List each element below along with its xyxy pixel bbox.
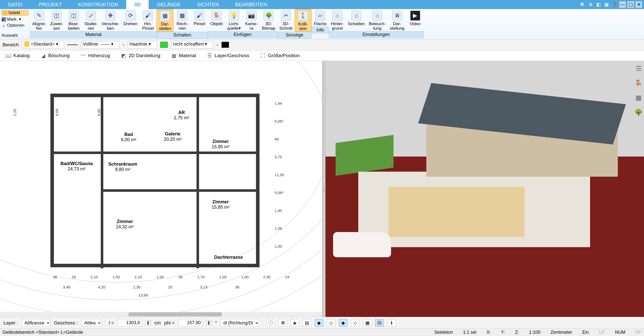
2d-darstellung-tab[interactable]: ◩2D Darstellung <box>118 51 163 60</box>
hoehenzug-tab[interactable]: 〰Höhenzug <box>77 51 113 60</box>
bereich-select[interactable]: 🟨 <Standard> ▾ <box>22 41 64 49</box>
darstellen-button[interactable]: ▦Dar- stellen <box>156 9 174 32</box>
status-unit: Zentimeter <box>551 330 572 335</box>
snap3-icon[interactable]: ◆ <box>339 319 347 327</box>
room-galerie: Galerie20,20 m² <box>164 131 182 142</box>
minimize-icon[interactable]: — <box>619 1 626 8</box>
layers2-icon[interactable]: ▤ <box>303 319 311 327</box>
selekt-button[interactable]: Selekt <box>2 10 28 16</box>
coordinate-bar: Layer : Abfluesse Geschoss : Attika l = … <box>0 317 644 328</box>
tab-datei[interactable]: DATEI <box>0 0 30 9</box>
hatch-color-swatch[interactable] <box>221 42 229 48</box>
material-tab[interactable]: ▦Material <box>168 51 199 60</box>
status-bar: Geländebereich <Standard> L=Gelände Sele… <box>0 328 644 336</box>
layers-icon[interactable]: ☰ <box>633 63 643 73</box>
3d-schnitt-button[interactable]: ✂3D- Schnitt <box>277 9 295 32</box>
tab-gelaende[interactable]: GELÄNDE <box>149 0 189 9</box>
rechnen-button[interactable]: ▦Rech- nen <box>174 9 191 32</box>
mode-select[interactable]: dl (Richtung/Di <box>220 319 259 327</box>
tab-projekt[interactable]: PROJEKT <box>30 0 70 9</box>
group-einfuegen-label: Einfügen <box>208 31 277 38</box>
monitor-icon[interactable]: 🖥 <box>278 319 287 327</box>
close-icon[interactable]: ✕ <box>635 1 642 8</box>
furniture-icon[interactable]: 🪑 <box>633 78 643 88</box>
group-schatten: ▦Dar- stellen ▦Rech- nen 🖌Pinsel Schatte… <box>156 9 208 39</box>
darstellung-button[interactable]: 🖥Dar- stellung <box>388 9 407 31</box>
layer-label: Layer : <box>4 320 18 326</box>
grid-icon[interactable]: ▦ <box>363 319 372 327</box>
clock-icon[interactable]: 🕒 <box>266 319 275 327</box>
line-color-swatch[interactable] <box>160 42 168 48</box>
phi-label: phi = <box>164 320 175 326</box>
3d-bitmap-button[interactable]: 🌳3D- Bitmap <box>260 9 277 31</box>
katalog-tab[interactable]: 📖Katalog <box>3 51 32 60</box>
status-y: Y: <box>501 330 505 335</box>
restore-icon[interactable]: ▢ <box>627 1 634 8</box>
pane-splitter[interactable] <box>323 61 326 317</box>
kamera-button[interactable]: 📷Kame- ra <box>243 9 260 31</box>
snap4-icon[interactable]: ◇ <box>351 319 360 327</box>
3d-view-pane[interactable]: ☰ 🪑 ▦ 🌳 <box>326 61 644 317</box>
tab-3d[interactable]: 3D <box>126 0 149 9</box>
drehen-button[interactable]: ⟳Drehen <box>121 9 140 31</box>
hintergrund-button[interactable]: ⌂Hinter- grund <box>329 9 346 31</box>
beleuchtung-button[interactable]: ⌂Beleuch- tung <box>367 9 388 31</box>
optionen-button[interactable]: ＋Optionen <box>2 23 28 28</box>
layout-icon[interactable]: ▦ <box>603 1 610 8</box>
kollision-button[interactable]: 🚶Kolli- sion <box>295 9 312 32</box>
room-bad-wc-sauna: Bad/WC/Sauna24,73 m² <box>60 161 93 172</box>
north-icon[interactable]: Ⓝ <box>375 319 384 327</box>
zuweisen-button[interactable]: ◫Zuwei- sen <box>48 9 65 31</box>
geschoss-select[interactable]: Attika <box>81 319 102 327</box>
l-spin[interactable]: ▲▼ <box>145 320 151 325</box>
window-icon[interactable]: ◧ <box>595 1 602 8</box>
group-material-label: Material <box>30 31 156 38</box>
boeschung-tab[interactable]: ◢Böschung <box>37 51 72 60</box>
status-scale: 1:100 <box>529 330 540 335</box>
ribbon: Selekt ✔Mark. ▾ ＋Optionen Auswahl ✎Abgre… <box>0 9 644 39</box>
groesse-position-tab[interactable]: ⛶Größe/Position <box>257 51 303 60</box>
group-info-label: Info <box>312 27 329 33</box>
floorplan-pane[interactable]: Bad8,00 m² Bad/WC/Sauna24,73 m² Schrankr… <box>0 61 323 317</box>
abgreifen-button[interactable]: ✎Abgrei- fen <box>30 9 48 31</box>
tools-icon[interactable]: 🛠 <box>579 1 586 8</box>
snap2-icon[interactable]: ◇ <box>327 319 335 327</box>
flaeche-button[interactable]: ▱Fläche <box>312 9 329 27</box>
skalieren-button[interactable]: ⤢Skalie- ren <box>82 9 100 31</box>
palette-icon[interactable]: ▦ <box>633 93 643 103</box>
bearbeiten-button[interactable]: ◫Bear- beiten <box>65 9 82 31</box>
help-icon[interactable]: ❓ <box>611 1 618 8</box>
lineweight-select[interactable]: Haarlinie ▾ <box>128 41 157 49</box>
schatten-button[interactable]: ⌂Schatten <box>346 9 367 31</box>
verschieben-button[interactable]: ✥Verschie- ben <box>100 9 121 31</box>
hin-pinsel-button[interactable]: 🖌Hin. Pinsel <box>139 9 156 31</box>
phi-spin[interactable]: ▲▼ <box>206 320 212 325</box>
layer-select[interactable]: Abfluesse <box>22 319 50 327</box>
l-label: l = <box>109 320 114 326</box>
info-icon[interactable]: ℹ <box>387 319 396 327</box>
tab-bearbeiten[interactable]: BEARBEITEN <box>227 0 275 9</box>
lichtquelle-button[interactable]: 💡Licht- quelle▾ <box>225 9 243 31</box>
hatch-select[interactable]: nicht schraffiert ▾ <box>171 41 213 49</box>
tab-konstruktion[interactable]: KONSTRUKTION <box>70 0 126 9</box>
mark-button[interactable]: ✔Mark. ▾ <box>2 17 28 22</box>
snap1-icon[interactable]: ◆ <box>315 319 323 327</box>
tab-sichten[interactable]: SICHTEN <box>189 0 227 9</box>
linetype-select[interactable]: Volllinie —— ▾ <box>81 41 119 49</box>
arrow-right: › <box>123 42 124 47</box>
line-style-toolbar: Bereich 🟨 <Standard> ▾ Volllinie —— ▾ › … <box>0 39 644 50</box>
l-input[interactable] <box>118 319 142 327</box>
bereich-label: Bereich <box>3 42 19 48</box>
cube-icon[interactable]: ◈ <box>291 319 299 327</box>
tree-icon[interactable]: 🌳 <box>633 107 643 117</box>
group-einstellungen-label: Einstellungen <box>329 31 424 38</box>
phi-input[interactable] <box>178 319 203 327</box>
video-button[interactable]: ▶Video <box>407 9 424 31</box>
layer-geschoss-tab[interactable]: ☰Layer/Geschoss <box>204 51 252 60</box>
objekt-button[interactable]: 🪑Objekt <box>208 9 225 31</box>
horizontal-scrollbar[interactable] <box>0 312 322 317</box>
status-z: Z: <box>515 330 519 335</box>
room-dachterrasse: Dachterrasse <box>214 255 243 260</box>
pinsel-button[interactable]: 🖌Pinsel <box>191 9 208 32</box>
screen-icon[interactable]: 🖥 <box>587 1 594 8</box>
